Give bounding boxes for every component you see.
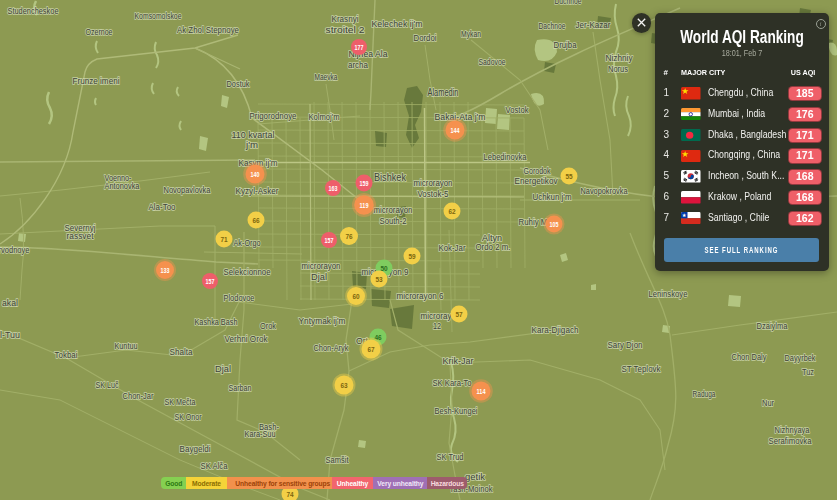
svg-text:Lebedinovka: Lebedinovka	[484, 151, 528, 162]
svg-text:157: 157	[325, 237, 334, 244]
svg-text:Djal: Djal	[311, 271, 327, 282]
svg-text:Kashka Bash: Kashka Bash	[195, 316, 238, 327]
svg-text:Dachnoe: Dachnoe	[539, 20, 566, 31]
svg-text:ST Teplovk: ST Teplovk	[622, 363, 661, 374]
svg-text:Prigorodnoye: Prigorodnoye	[250, 110, 297, 121]
svg-text:Sadovoe: Sadovoe	[479, 56, 506, 67]
svg-text:Djal: Djal	[215, 363, 231, 374]
svg-text:Chon Daly: Chon Daly	[732, 351, 767, 362]
svg-text:Sary Djon: Sary Djon	[608, 339, 643, 350]
svg-text:Raduga: Raduga	[693, 388, 716, 399]
svg-text:Selekcionnoe: Selekcionnoe	[224, 266, 271, 277]
svg-text:Ak Zhol Stepnoye: Ak Zhol Stepnoye	[177, 24, 239, 35]
svg-text:Tuz: Tuz	[802, 366, 814, 377]
svg-text:Kyzyl-Asker: Kyzyl-Asker	[236, 185, 279, 196]
svg-text:SK Kara-To: SK Kara-To	[433, 377, 472, 388]
svg-text:105: 105	[550, 221, 559, 228]
svg-text:Duchnoe: Duchnoe	[555, 0, 582, 6]
svg-text:Kara-Suu: Kara-Suu	[245, 428, 276, 439]
svg-text:Chon-Aryk: Chon-Aryk	[314, 342, 349, 353]
svg-text:Ala-Too: Ala-Too	[149, 201, 176, 212]
svg-text:Uchkun j'm: Uchkun j'm	[533, 191, 572, 202]
svg-text:Krik-Jar: Krik-Jar	[443, 355, 474, 366]
svg-text:114: 114	[477, 388, 486, 395]
svg-text:55: 55	[565, 172, 573, 181]
svg-text:Nizhniy: Nizhniy	[606, 52, 633, 63]
svg-text:Bishkek: Bishkek	[374, 171, 406, 183]
svg-text:Vostok: Vostok	[506, 104, 529, 115]
svg-text:★: ★	[682, 212, 687, 218]
svg-text:Ak-Orgo: Ak-Orgo	[234, 237, 261, 248]
svg-text:Samšit: Samšit	[326, 454, 349, 465]
svg-text:Baygeldi: Baygeldi	[180, 443, 211, 454]
svg-text:j'm: j'm	[245, 139, 258, 150]
svg-text:SK Luč: SK Luč	[96, 379, 119, 390]
svg-text:Krasnyi: Krasnyi	[332, 13, 359, 24]
svg-text:140: 140	[251, 171, 260, 178]
svg-text:Leninskoye: Leninskoye	[649, 288, 688, 299]
svg-text:Plodovoe: Plodovoe	[224, 292, 255, 303]
svg-text:Maevka: Maevka	[315, 71, 338, 82]
svg-text:Ordo 2 m.: Ordo 2 m.	[476, 241, 511, 252]
svg-text:76: 76	[345, 232, 353, 241]
svg-text:South-2: South-2	[380, 215, 407, 226]
svg-text:rassvet: rassvet	[67, 230, 94, 241]
svg-text:Voenno-: Voenno-	[105, 172, 132, 183]
svg-text:133: 133	[161, 267, 170, 274]
svg-text:archa: archa	[348, 59, 369, 70]
svg-text:Orok: Orok	[260, 320, 276, 331]
svg-text:67: 67	[367, 345, 375, 354]
svg-text:microrayon: microrayon	[302, 260, 341, 271]
svg-text:Drujba: Drujba	[554, 39, 578, 50]
svg-text:177: 177	[355, 44, 364, 51]
svg-text:Kok-Jar: Kok-Jar	[439, 242, 466, 253]
svg-text:Besh-Kungei: Besh-Kungei	[435, 405, 478, 416]
svg-text:66: 66	[252, 216, 260, 225]
svg-text:Norus: Norus	[608, 63, 628, 74]
svg-text:akal: akal	[2, 297, 18, 308]
svg-text:Komsomolskoe: Komsomolskoe	[135, 10, 182, 21]
svg-text:stroitel 2: stroitel 2	[326, 24, 365, 35]
svg-text:60: 60	[352, 292, 360, 301]
svg-text:SK Trud: SK Trud	[437, 451, 464, 462]
svg-text:Mykan: Mykan	[461, 28, 481, 39]
svg-text:Frunze imeni: Frunze imeni	[73, 75, 120, 86]
svg-text:★: ★	[681, 150, 689, 159]
svg-text:Studencheskoe: Studencheskoe	[8, 5, 59, 16]
svg-text:Shalta: Shalta	[170, 346, 194, 357]
svg-text:Nizhnyaya: Nizhnyaya	[775, 424, 811, 435]
svg-text:Alamedin: Alamedin	[428, 87, 459, 98]
svg-text:57: 57	[455, 310, 463, 319]
svg-text:Tokbai: Tokbai	[55, 349, 78, 360]
svg-text:SK Alča: SK Alča	[201, 460, 229, 471]
svg-text:119: 119	[360, 202, 369, 209]
svg-text:Serafimovka: Serafimovka	[769, 435, 813, 446]
svg-text:Dostuk: Dostuk	[227, 78, 250, 89]
svg-text:163: 163	[329, 185, 338, 192]
svg-text:Chon-Jar: Chon-Jar	[123, 390, 154, 401]
svg-text:Dordoi: Dordoi	[414, 32, 437, 43]
svg-text:157: 157	[206, 278, 215, 285]
svg-text:SK Mečta: SK Mečta	[165, 396, 197, 407]
svg-text:Energetikov: Energetikov	[515, 175, 558, 186]
svg-text:microrayon: microrayon	[414, 177, 453, 188]
svg-text:Novopavlovka: Novopavlovka	[164, 184, 212, 195]
svg-text:Verhni Orok: Verhni Orok	[225, 333, 268, 344]
svg-text:Ozernoe: Ozernoe	[86, 26, 113, 37]
svg-text:62: 62	[448, 207, 456, 216]
svg-text:microrayon: microrayon	[374, 204, 413, 215]
svg-text:59: 59	[408, 252, 416, 261]
svg-text:Kara-Djigach: Kara-Djigach	[532, 324, 579, 335]
svg-text:Navopokrovka: Navopokrovka	[581, 185, 629, 196]
svg-text:Sarban: Sarban	[229, 382, 252, 393]
svg-text:Kuntuu: Kuntuu	[115, 340, 138, 351]
svg-text:159: 159	[360, 180, 369, 187]
svg-text:Jer-Kazar: Jer-Kazar	[576, 19, 611, 30]
svg-text:SK Onor: SK Onor	[175, 411, 202, 422]
svg-text:71: 71	[220, 235, 228, 244]
svg-text:Kolmoj'm: Kolmoj'm	[309, 111, 340, 122]
svg-text:Kelechek ij'm: Kelechek ij'm	[372, 18, 423, 29]
svg-text:Dayyrbek: Dayyrbek	[785, 352, 816, 363]
svg-text:l-Tuu: l-Tuu	[0, 329, 20, 340]
svg-text:Yntymak ij'm: Yntymak ij'm	[299, 315, 346, 326]
